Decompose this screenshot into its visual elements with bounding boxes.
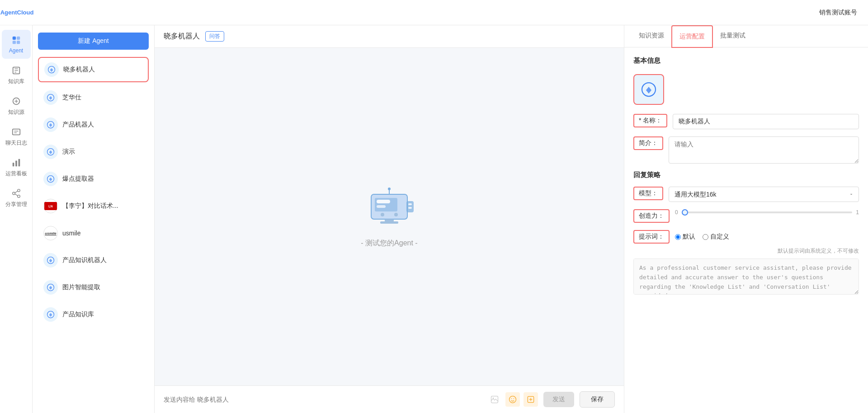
topbar-user: 销售测试账号 xyxy=(819,9,857,17)
sidebar-item-cl-label: 聊天日志 xyxy=(5,139,27,147)
svg-rect-3 xyxy=(12,41,15,44)
svg-rect-33 xyxy=(377,200,390,203)
logo-text: AgentCloud xyxy=(0,9,34,16)
intro-textarea[interactable] xyxy=(669,136,859,164)
svg-point-47 xyxy=(511,399,512,399)
svg-rect-15 xyxy=(12,163,14,166)
svg-point-39 xyxy=(381,213,384,216)
attachment-button[interactable] xyxy=(524,392,538,407)
agent-name-zhihuashi: 芝华仕 xyxy=(62,94,81,102)
sidebar-item-agent[interactable]: Agent xyxy=(2,30,31,59)
prompt-default-label: 默认 xyxy=(683,233,695,241)
share-icon xyxy=(11,188,22,199)
agent-item-image-extract[interactable]: 图片智能提取 xyxy=(38,276,149,299)
svg-rect-38 xyxy=(380,221,398,224)
agent-item-product-knowledge[interactable]: 产品知识机器人 xyxy=(38,249,149,272)
image-upload-button[interactable] xyxy=(487,392,502,407)
prompt-label-row: 提示词： 默认 自定义 xyxy=(633,230,859,244)
avatar-upload[interactable] xyxy=(633,74,664,105)
new-agent-button[interactable]: 新建 Agent xyxy=(38,33,149,50)
creativity-label: 创造力： xyxy=(633,209,670,223)
sidebar-item-share-label: 分享管理 xyxy=(5,201,27,208)
agent-name-hotspot: 爆点提取器 xyxy=(62,175,94,183)
agent-avatar-hotspot xyxy=(43,172,58,186)
agent-avatar-product-robot xyxy=(43,117,58,132)
svg-rect-34 xyxy=(377,205,386,208)
chat-panel: 晓多机器人 问答 xyxy=(155,25,624,413)
model-label: 模型： xyxy=(633,187,663,200)
svg-rect-43 xyxy=(408,207,412,209)
creativity-slider-row: 0 1 xyxy=(675,209,859,216)
agent-icon xyxy=(11,35,22,46)
send-button[interactable]: 发送 xyxy=(543,392,574,407)
agent-avatar-lining: LN xyxy=(43,199,58,213)
svg-line-22 xyxy=(14,194,17,196)
prompt-custom-radio-input[interactable] xyxy=(703,234,708,240)
agent-item-zhihuashi[interactable]: 芝华仕 xyxy=(38,86,149,109)
agent-avatar-xiaoduo xyxy=(44,62,59,77)
agent-name-product-knowledge: 产品知识机器人 xyxy=(62,256,107,264)
tab-knowledge[interactable]: 知识资源 xyxy=(632,25,671,47)
sidebar-item-operations[interactable]: 运营看板 xyxy=(2,153,31,182)
agent-name-image-extract: 图片智能提取 xyxy=(62,283,100,291)
agent-avatar-product-knowledge xyxy=(43,253,58,268)
sidebar-item-knowledge-source[interactable]: 知识源 xyxy=(2,91,31,120)
lining-logo: LN xyxy=(44,202,57,210)
agent-name-xiaoduo: 晓多机器人 xyxy=(63,66,95,74)
prompt-row: 提示词： 默认 自定义 默认提示词由系统定义，不可修改 xyxy=(633,230,859,295)
name-input[interactable] xyxy=(673,114,859,129)
agent-item-xiaoduo[interactable]: 晓多机器人 xyxy=(38,57,149,82)
agent-avatar-product-kb xyxy=(43,307,58,322)
agent-item-product-kb[interactable]: 产品知识库 xyxy=(38,303,149,326)
creativity-max: 1 xyxy=(856,209,859,216)
topbar: 销售测试账号 xyxy=(33,0,868,25)
prompt-custom-label: 自定义 xyxy=(710,233,729,241)
basic-info-title: 基本信息 xyxy=(633,56,859,65)
creativity-min: 0 xyxy=(675,209,678,216)
sidebar-item-share[interactable]: 分享管理 xyxy=(2,183,31,212)
agent-avatar-image-extract xyxy=(43,280,58,295)
prompt-custom-radio[interactable]: 自定义 xyxy=(703,233,729,241)
agent-list-panel: 新建 Agent 晓多机器人 xyxy=(33,25,155,413)
chat-footer-icons xyxy=(487,392,538,407)
chat-title: 晓多机器人 xyxy=(164,32,200,41)
chat-input[interactable] xyxy=(164,396,482,403)
svg-point-40 xyxy=(394,213,398,216)
tab-operations-config[interactable]: 运营配置 xyxy=(671,25,713,48)
prompt-default-radio-input[interactable] xyxy=(675,234,681,240)
agent-item-usmile[interactable]: usmile usmile xyxy=(38,221,149,245)
name-field-row: * 名称： xyxy=(633,114,859,129)
main-container: 销售测试账号 新建 Agent 晓多机器人 xyxy=(33,0,868,413)
content-area: 新建 Agent 晓多机器人 xyxy=(33,25,868,413)
robot-illustration xyxy=(358,185,421,226)
model-select[interactable]: 通用大模型16k 通用大模型32k GPT-4 xyxy=(669,187,859,202)
intro-field-row: 简介： xyxy=(633,136,859,164)
svg-rect-4 xyxy=(16,41,19,44)
creativity-slider[interactable] xyxy=(682,211,853,213)
prompt-textarea: As a professional customer service assis… xyxy=(633,258,859,295)
svg-point-48 xyxy=(514,399,514,399)
sidebar-item-chat-log[interactable]: 聊天日志 xyxy=(2,122,31,151)
svg-point-36 xyxy=(388,188,391,190)
agent-name-demo: 演示 xyxy=(62,148,75,156)
prompt-default-radio[interactable]: 默认 xyxy=(675,233,695,241)
agent-item-product-robot[interactable]: 产品机器人 xyxy=(38,113,149,136)
chat-header: 晓多机器人 问答 xyxy=(155,25,624,48)
operations-icon xyxy=(11,157,22,168)
sidebar-item-knowledge-base[interactable]: 知识库 xyxy=(2,61,31,89)
agent-item-demo[interactable]: 演示 xyxy=(38,140,149,164)
tab-batch-test[interactable]: 批量测试 xyxy=(713,25,753,47)
knowledge-source-icon xyxy=(11,96,22,107)
logo: AgentCloud xyxy=(0,0,33,25)
model-field-row: 模型： 通用大模型16k 通用大模型32k GPT-4 xyxy=(633,187,859,202)
emoji-button[interactable] xyxy=(505,392,520,407)
prompt-radio-group: 默认 自定义 xyxy=(675,233,729,241)
agent-avatar-demo xyxy=(43,145,58,159)
save-button[interactable]: 保存 xyxy=(580,391,615,408)
sidebar-item-ks-label: 知识源 xyxy=(8,108,24,116)
chat-footer: 发送 保存 xyxy=(155,385,624,413)
agent-avatar-zhihuashi xyxy=(43,90,58,105)
agent-item-hotspot[interactable]: 爆点提取器 xyxy=(38,167,149,191)
agent-item-lining[interactable]: LN 【李宁】对比话术... xyxy=(38,194,149,218)
avatar-upload-icon xyxy=(641,81,657,98)
